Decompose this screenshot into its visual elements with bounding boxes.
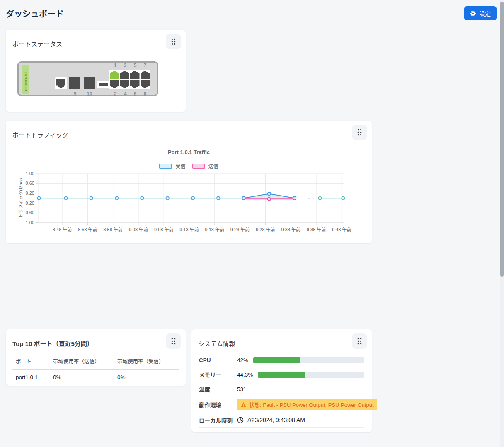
port-6-label: 6	[130, 91, 140, 97]
drag-handle-icon	[171, 38, 176, 45]
card-drag-handle[interactable]	[352, 125, 367, 140]
cell-tx: 0%	[53, 374, 117, 380]
card-system-info: システム情報 CPU 42% メモリー 44.3%	[191, 329, 372, 432]
send-legend-swatch	[192, 164, 205, 169]
port-3-label: 3	[120, 63, 130, 68]
column-header-rx: 帯域使用率（受信）	[117, 357, 182, 365]
column-header-port: ポート	[16, 357, 53, 365]
traffic-chart: Port 1.0.1 Traffic 受信 送信	[6, 140, 372, 233]
port-2[interactable]	[110, 80, 119, 88]
y-tick: 0.20	[26, 191, 34, 196]
device-model-label: GS980EM/10H	[22, 65, 29, 94]
temperature-value: 53°	[237, 386, 245, 392]
console-port-frame	[55, 77, 67, 89]
x-tick: 9:38 午前	[307, 227, 326, 232]
card-title-top10: Top 10 ポート（直近5分間）	[12, 335, 93, 348]
port-1[interactable]	[110, 71, 119, 79]
switch-device: GS980EM/10H 9 10	[17, 61, 158, 96]
warning-triangle-icon	[240, 402, 247, 408]
memory-label: メモリー	[199, 370, 237, 379]
cpu-label: CPU	[199, 357, 237, 363]
settings-button[interactable]: 設定	[464, 6, 497, 20]
x-tick: 8:53 午前	[78, 227, 97, 232]
card-drag-handle[interactable]	[166, 333, 181, 349]
y-tick: 0.60	[26, 181, 34, 186]
chart-title: Port 1.0.1 Traffic	[6, 149, 372, 155]
port-9-label: 9	[70, 91, 80, 97]
port-10-label: 10	[85, 91, 94, 97]
x-tick: 9:08 午前	[154, 227, 173, 232]
card-top10-ports: Top 10 ポート（直近5分間） ポート 帯域使用率（送信） 帯域使用率（受信…	[6, 329, 186, 386]
environment-status-text: 状態: Fault - PSU Power Output, PSU Power …	[249, 401, 374, 408]
port-7[interactable]	[141, 71, 150, 79]
column-header-tx: 帯域使用率（送信）	[53, 357, 117, 365]
environment-row: 動作環境 状態: Fault - PSU Power Output, PSU P…	[199, 396, 364, 413]
port-5-label: 5	[130, 63, 140, 68]
y-axis-label: トラフィック(Mb/s)	[18, 178, 23, 218]
cell-rx: 0%	[117, 374, 182, 380]
card-drag-handle[interactable]	[166, 34, 181, 49]
port-4[interactable]	[120, 80, 130, 88]
environment-status-badge: 状態: Fault - PSU Power Output, PSU Power …	[237, 399, 377, 410]
system-info-rows: CPU 42% メモリー 44.3% 温度 53° 動作環境	[199, 353, 364, 428]
console-port[interactable]	[56, 79, 65, 88]
scrollbar-thumb[interactable]	[500, 2, 504, 277]
x-tick: 8:58 午前	[103, 227, 122, 232]
port-9[interactable]	[69, 77, 80, 89]
port-7-label: 7	[140, 63, 150, 68]
settings-button-label: 設定	[479, 9, 491, 17]
drag-handle-icon	[171, 338, 176, 345]
chart-legend: 受信 送信	[6, 162, 372, 169]
local-time-label: ローカル時刻	[199, 416, 237, 424]
x-tick: 9:43 午前	[332, 227, 351, 232]
table-row: port1.0.1 0% 0%	[12, 370, 179, 385]
port-10[interactable]	[84, 77, 95, 89]
port-5[interactable]	[130, 71, 140, 79]
y-tick: 0.20	[26, 201, 34, 205]
page-title: ダッシュボード	[6, 7, 64, 19]
x-tick: 9:03 午前	[129, 227, 148, 232]
cpu-usage-bar	[253, 357, 364, 363]
top10-table: ポート 帯域使用率（送信） 帯域使用率（受信） port1.0.1 0% 0%	[12, 355, 179, 385]
memory-value: 44.3%	[237, 372, 253, 378]
card-port-traffic: ポートトラフィック Port 1.0.1 Traffic 受信	[6, 121, 372, 243]
drag-handle-icon	[357, 129, 362, 136]
dashboard-page: ダッシュボード 設定 ポートステータス	[0, 0, 504, 447]
port-6[interactable]	[130, 80, 140, 88]
card-title-port-status: ポートステータス	[12, 35, 62, 48]
drag-handle-icon	[357, 338, 362, 345]
receive-legend-label: 受信	[175, 162, 185, 169]
memory-row: メモリー 44.3%	[199, 367, 364, 382]
port-8[interactable]	[141, 80, 150, 88]
y-tick: 1.00	[26, 171, 34, 176]
send-legend-label: 送信	[208, 162, 218, 169]
port-block-1-8	[109, 70, 150, 89]
scrollbar-track[interactable]	[500, 0, 504, 447]
y-tick: 0.60	[26, 210, 34, 215]
port-8-label: 8	[140, 91, 150, 97]
port-4-label: 4	[120, 91, 130, 97]
sfp-slot[interactable]	[99, 83, 108, 86]
x-tick: 9:33 午前	[281, 227, 300, 232]
temperature-label: 温度	[199, 385, 237, 393]
traffic-plot[interactable]: 1.00 0.60 0.20 0.20 0.60 1.00 トラフィック(Mb/…	[17, 170, 346, 233]
cell-port: port1.0.1	[16, 374, 53, 380]
port-3[interactable]	[120, 71, 130, 79]
card-port-status: ポートステータス GS980EM/10H	[6, 30, 186, 112]
legend-item-receive[interactable]: 受信	[159, 162, 185, 169]
x-tick: 8:48 午前	[53, 227, 72, 232]
cpu-value: 42%	[237, 357, 248, 363]
gear-icon	[470, 10, 476, 17]
memory-usage-bar	[258, 372, 364, 378]
y-tick: 1.00	[26, 220, 34, 225]
card-title-port-traffic: ポートトラフィック	[12, 126, 68, 139]
cpu-row: CPU 42%	[199, 353, 364, 367]
receive-legend-swatch	[159, 164, 172, 169]
environment-label: 動作環境	[199, 401, 237, 409]
x-tick: 9:28 午前	[256, 227, 275, 232]
temperature-row: 温度 53°	[199, 382, 364, 396]
port-1-label: 1	[110, 63, 120, 68]
legend-item-send[interactable]: 送信	[192, 162, 218, 169]
port-2-label: 2	[110, 91, 120, 97]
card-drag-handle[interactable]	[352, 333, 367, 349]
